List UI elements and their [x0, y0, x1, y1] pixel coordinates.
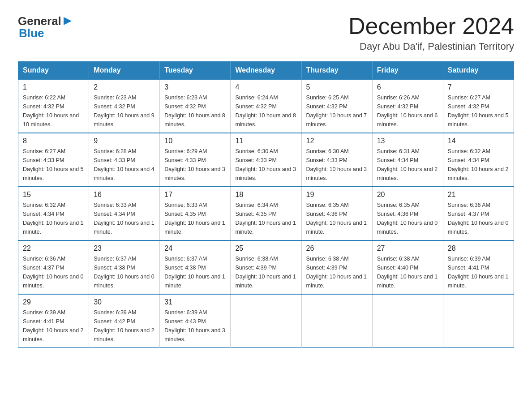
- day-number: 26: [306, 244, 368, 253]
- calendar-cell: 16Sunrise: 6:33 AMSunset: 4:34 PMDayligh…: [89, 187, 160, 240]
- calendar-table: SundayMondayTuesdayWednesdayThursdayFrid…: [18, 61, 514, 348]
- weekday-header-monday: Monday: [89, 62, 160, 80]
- day-info: Sunrise: 6:32 AMSunset: 4:34 PMDaylight:…: [448, 147, 509, 183]
- day-info: Sunrise: 6:22 AMSunset: 4:32 PMDaylight:…: [23, 93, 84, 129]
- calendar-cell: 12Sunrise: 6:30 AMSunset: 4:33 PMDayligh…: [301, 133, 372, 187]
- day-info: Sunrise: 6:39 AMSunset: 4:41 PMDaylight:…: [23, 308, 84, 344]
- day-number: 16: [94, 191, 155, 199]
- calendar-cell: 6Sunrise: 6:26 AMSunset: 4:32 PMDaylight…: [372, 79, 443, 133]
- day-number: 18: [235, 191, 296, 199]
- calendar-cell: 7Sunrise: 6:27 AMSunset: 4:32 PMDaylight…: [443, 79, 514, 133]
- day-number: 12: [306, 137, 368, 145]
- calendar-cell: 17Sunrise: 6:33 AMSunset: 4:35 PMDayligh…: [160, 187, 231, 240]
- calendar-cell: 28Sunrise: 6:39 AMSunset: 4:41 PMDayligh…: [443, 240, 514, 294]
- day-info: Sunrise: 6:27 AMSunset: 4:32 PMDaylight:…: [448, 93, 509, 129]
- calendar-cell: 4Sunrise: 6:24 AMSunset: 4:32 PMDaylight…: [231, 79, 301, 133]
- day-number: 21: [448, 191, 509, 199]
- day-number: 9: [94, 137, 155, 145]
- day-info: Sunrise: 6:37 AMSunset: 4:38 PMDaylight:…: [94, 254, 155, 290]
- calendar-week-row: 1Sunrise: 6:22 AMSunset: 4:32 PMDaylight…: [18, 79, 514, 133]
- day-number: 22: [23, 244, 84, 253]
- day-info: Sunrise: 6:36 AMSunset: 4:37 PMDaylight:…: [448, 201, 509, 236]
- calendar-cell: 10Sunrise: 6:29 AMSunset: 4:33 PMDayligh…: [160, 133, 231, 187]
- calendar-cell: 2Sunrise: 6:23 AMSunset: 4:32 PMDaylight…: [89, 79, 160, 133]
- calendar-cell: 22Sunrise: 6:36 AMSunset: 4:37 PMDayligh…: [18, 240, 89, 294]
- day-number: 6: [377, 83, 438, 91]
- weekday-header-sunday: Sunday: [18, 62, 89, 80]
- calendar-cell: 3Sunrise: 6:23 AMSunset: 4:32 PMDaylight…: [160, 79, 231, 133]
- day-info: Sunrise: 6:39 AMSunset: 4:43 PMDaylight:…: [164, 308, 226, 344]
- day-number: 8: [23, 137, 84, 145]
- day-info: Sunrise: 6:35 AMSunset: 4:36 PMDaylight:…: [306, 201, 368, 236]
- calendar-week-row: 15Sunrise: 6:32 AMSunset: 4:34 PMDayligh…: [18, 187, 514, 240]
- weekday-header-wednesday: Wednesday: [231, 62, 301, 80]
- day-number: 25: [235, 244, 296, 253]
- calendar-cell: 23Sunrise: 6:37 AMSunset: 4:38 PMDayligh…: [89, 240, 160, 294]
- day-number: 27: [377, 244, 438, 253]
- day-number: 13: [377, 137, 438, 145]
- calendar-week-row: 22Sunrise: 6:36 AMSunset: 4:37 PMDayligh…: [18, 240, 514, 294]
- day-info: Sunrise: 6:34 AMSunset: 4:35 PMDaylight:…: [235, 201, 296, 236]
- day-info: Sunrise: 6:37 AMSunset: 4:38 PMDaylight:…: [164, 254, 226, 290]
- calendar-cell: 9Sunrise: 6:28 AMSunset: 4:33 PMDaylight…: [89, 133, 160, 187]
- page-header: General Blue December 2024 Dayr Abu Da'i…: [18, 13, 514, 52]
- day-number: 11: [235, 137, 296, 145]
- calendar-header-row: SundayMondayTuesdayWednesdayThursdayFrid…: [18, 62, 514, 80]
- day-info: Sunrise: 6:39 AMSunset: 4:41 PMDaylight:…: [448, 254, 509, 290]
- calendar-cell: 8Sunrise: 6:27 AMSunset: 4:33 PMDaylight…: [18, 133, 89, 187]
- calendar-cell: 25Sunrise: 6:38 AMSunset: 4:39 PMDayligh…: [231, 240, 301, 294]
- day-number: 29: [23, 298, 84, 306]
- day-info: Sunrise: 6:33 AMSunset: 4:35 PMDaylight:…: [164, 201, 226, 236]
- calendar-cell: 20Sunrise: 6:35 AMSunset: 4:36 PMDayligh…: [372, 187, 443, 240]
- day-info: Sunrise: 6:28 AMSunset: 4:33 PMDaylight:…: [94, 147, 155, 183]
- day-number: 28: [448, 244, 509, 253]
- calendar-cell: 26Sunrise: 6:38 AMSunset: 4:39 PMDayligh…: [301, 240, 372, 294]
- calendar-cell: 13Sunrise: 6:31 AMSunset: 4:34 PMDayligh…: [372, 133, 443, 187]
- day-info: Sunrise: 6:38 AMSunset: 4:39 PMDaylight:…: [235, 254, 296, 290]
- calendar-cell: 27Sunrise: 6:38 AMSunset: 4:40 PMDayligh…: [372, 240, 443, 294]
- logo-icon: General Blue: [18, 14, 73, 40]
- calendar-cell: 14Sunrise: 6:32 AMSunset: 4:34 PMDayligh…: [443, 133, 514, 187]
- day-info: Sunrise: 6:36 AMSunset: 4:37 PMDaylight:…: [23, 254, 84, 290]
- calendar-cell: 24Sunrise: 6:37 AMSunset: 4:38 PMDayligh…: [160, 240, 231, 294]
- calendar-cell: [443, 294, 514, 348]
- day-number: 17: [164, 191, 226, 199]
- calendar-week-row: 8Sunrise: 6:27 AMSunset: 4:33 PMDaylight…: [18, 133, 514, 187]
- logo-blue-text: Blue: [19, 26, 73, 40]
- day-number: 31: [164, 298, 226, 306]
- logo: General Blue: [18, 13, 73, 40]
- day-info: Sunrise: 6:33 AMSunset: 4:34 PMDaylight:…: [94, 201, 155, 236]
- weekday-header-tuesday: Tuesday: [160, 62, 231, 80]
- calendar-cell: 21Sunrise: 6:36 AMSunset: 4:37 PMDayligh…: [443, 187, 514, 240]
- weekday-header-saturday: Saturday: [443, 62, 514, 80]
- day-number: 3: [164, 83, 226, 91]
- calendar-cell: 30Sunrise: 6:39 AMSunset: 4:42 PMDayligh…: [89, 294, 160, 348]
- day-number: 4: [235, 83, 296, 91]
- calendar-cell: [301, 294, 372, 348]
- day-info: Sunrise: 6:23 AMSunset: 4:32 PMDaylight:…: [94, 93, 155, 129]
- day-info: Sunrise: 6:32 AMSunset: 4:34 PMDaylight:…: [23, 201, 84, 236]
- logo-triangle-icon: [63, 16, 73, 26]
- day-number: 19: [306, 191, 368, 199]
- calendar-cell: [231, 294, 301, 348]
- calendar-cell: 5Sunrise: 6:25 AMSunset: 4:32 PMDaylight…: [301, 79, 372, 133]
- calendar-cell: 18Sunrise: 6:34 AMSunset: 4:35 PMDayligh…: [231, 187, 301, 240]
- day-info: Sunrise: 6:38 AMSunset: 4:40 PMDaylight:…: [377, 254, 438, 290]
- svg-marker-0: [64, 17, 72, 25]
- location-title: Dayr Abu Da'if, Palestinian Territory: [348, 41, 514, 52]
- day-number: 5: [306, 83, 368, 91]
- weekday-header-thursday: Thursday: [301, 62, 372, 80]
- calendar-cell: 1Sunrise: 6:22 AMSunset: 4:32 PMDaylight…: [18, 79, 89, 133]
- day-info: Sunrise: 6:38 AMSunset: 4:39 PMDaylight:…: [306, 254, 368, 290]
- day-number: 20: [377, 191, 438, 199]
- title-area: December 2024 Dayr Abu Da'if, Palestinia…: [348, 13, 514, 52]
- day-info: Sunrise: 6:23 AMSunset: 4:32 PMDaylight:…: [164, 93, 226, 129]
- month-title: December 2024: [348, 13, 514, 39]
- day-number: 24: [164, 244, 226, 253]
- calendar-cell: [372, 294, 443, 348]
- day-number: 14: [448, 137, 509, 145]
- day-info: Sunrise: 6:30 AMSunset: 4:33 PMDaylight:…: [306, 147, 368, 183]
- day-number: 23: [94, 244, 155, 253]
- day-info: Sunrise: 6:31 AMSunset: 4:34 PMDaylight:…: [377, 147, 438, 183]
- day-info: Sunrise: 6:24 AMSunset: 4:32 PMDaylight:…: [235, 93, 296, 129]
